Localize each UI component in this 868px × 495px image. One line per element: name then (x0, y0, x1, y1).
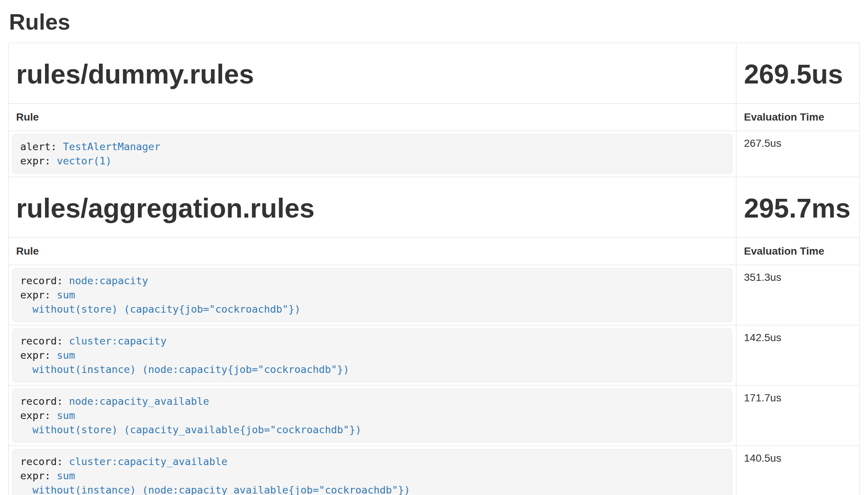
rule-keyword: expr: (20, 470, 57, 482)
rule-name-link[interactable]: TestAlertManager (63, 141, 160, 152)
rule-keyword: record: (20, 335, 69, 347)
rule-eval-time: 142.5us (736, 325, 860, 386)
rule-eval-time: 267.5us (736, 131, 860, 177)
page-title: Rules (9, 10, 860, 34)
rule-name-link[interactable]: cluster:capacity (69, 335, 166, 347)
column-header-evaluation-time: Evaluation Time (736, 104, 860, 131)
rules-page: Rules rules/dummy.rules 269.5us Rule Eva… (0, 10, 868, 495)
rule-row: record: cluster:capacity expr: sum witho… (9, 325, 860, 386)
rule-keyword: record: (20, 456, 69, 467)
rule-keyword: expr: (20, 410, 57, 421)
rule-definition: record: node:capacity_available expr: su… (12, 389, 732, 443)
rule-keyword: expr: (20, 349, 57, 361)
rule-row: alert: TestAlertManager expr: vector(1) … (9, 131, 860, 177)
rule-name-link[interactable]: node:capacity (69, 275, 148, 286)
rule-group-header-row: rules/dummy.rules 269.5us (9, 43, 860, 104)
rule-keyword: record: (20, 275, 69, 286)
rule-expr-link[interactable]: sum (57, 470, 75, 482)
rule-group-eval-time: 269.5us (744, 60, 852, 89)
rule-definition: record: cluster:capacity expr: sum witho… (12, 328, 732, 382)
rule-row: record: node:capacity expr: sum without(… (9, 265, 860, 325)
rule-name-link[interactable]: cluster:capacity_available (69, 456, 227, 467)
rule-group-name: rules/aggregation.rules (16, 194, 729, 223)
rule-definition: record: cluster:capacity_available expr:… (12, 449, 732, 495)
rule-group-eval-time: 295.7ms (744, 194, 852, 223)
rule-expr-link[interactable]: sum (57, 410, 75, 421)
rule-expr-link[interactable]: vector(1) (57, 155, 112, 167)
rule-group-name: rules/dummy.rules (16, 60, 729, 89)
rule-name-link[interactable]: node:capacity_available (69, 395, 209, 407)
rule-expr-link[interactable]: sum (57, 289, 75, 301)
rule-expr-link[interactable]: without(instance) (node:capacity_availab… (20, 484, 410, 495)
column-header-rule: Rule (9, 104, 736, 131)
rule-definition: alert: TestAlertManager expr: vector(1) (12, 134, 732, 174)
rule-definition: record: node:capacity expr: sum without(… (12, 268, 732, 322)
column-header-row: Rule Evaluation Time (9, 104, 860, 131)
rule-eval-time: 351.3us (736, 265, 860, 325)
rule-keyword: record: (20, 395, 69, 407)
rule-keyword: expr: (20, 289, 57, 301)
rule-eval-time: 171.7us (736, 386, 860, 446)
rule-row: record: node:capacity_available expr: su… (9, 386, 860, 446)
rule-expr-link[interactable]: without(instance) (node:capacity{job="co… (20, 364, 349, 375)
column-header-rule: Rule (9, 238, 736, 265)
column-header-row: Rule Evaluation Time (9, 238, 860, 265)
column-header-evaluation-time: Evaluation Time (736, 238, 860, 265)
rule-expr-link[interactable]: sum (57, 349, 75, 361)
rule-group-header-row: rules/aggregation.rules 295.7ms (9, 177, 860, 238)
rule-row: record: cluster:capacity_available expr:… (9, 446, 860, 495)
rule-eval-time: 140.5us (736, 446, 860, 495)
rules-table: rules/dummy.rules 269.5us Rule Evaluatio… (8, 43, 860, 495)
rule-keyword: alert: (20, 141, 63, 152)
rule-expr-link[interactable]: without(store) (capacity{job="cockroachd… (20, 303, 301, 315)
rule-keyword: expr: (20, 155, 57, 167)
rule-expr-link[interactable]: without(store) (capacity_available{job="… (20, 424, 361, 435)
